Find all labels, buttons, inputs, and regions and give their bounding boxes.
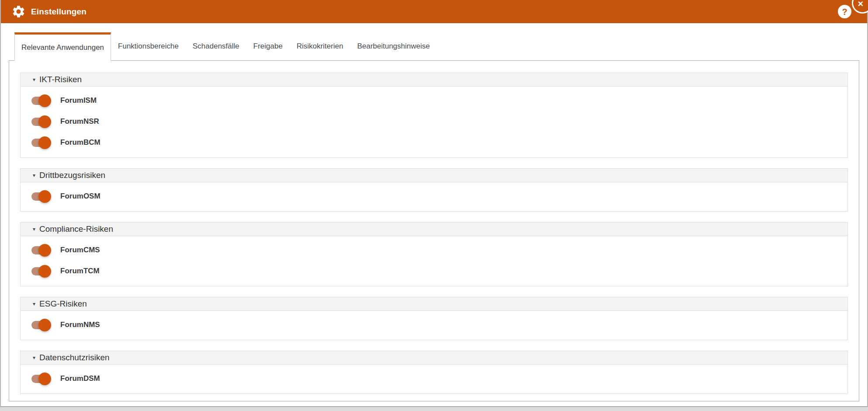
close-button[interactable]: × <box>852 0 868 14</box>
toggle-label: ForumNMS <box>60 320 100 329</box>
toggle-row: ForumNMS <box>21 314 847 335</box>
section-esg-risiken: ▾ ESG-Risiken ForumNMS <box>20 297 848 340</box>
toggle-row: ForumCMS <box>21 240 847 261</box>
toggle-row: ForumISM <box>21 90 847 111</box>
section-title: Datenschutzrisiken <box>39 353 110 362</box>
section-header-drittbezugsrisiken[interactable]: ▾ Drittbezugsrisiken <box>21 169 847 182</box>
toggle-label: ForumISM <box>60 96 97 105</box>
section-drittbezugsrisiken: ▾ Drittbezugsrisiken ForumOSM <box>20 168 848 212</box>
toggle-switch-forumdsm[interactable] <box>31 375 49 383</box>
chevron-down-icon: ▾ <box>33 355 35 360</box>
tab-bearbeitungshinweise[interactable]: Bearbeitungshinweise <box>350 32 437 60</box>
dialog-title: Einstellungen <box>31 7 86 17</box>
tab-bar: Relevante Anwendungen Funktionsbereiche … <box>14 23 859 60</box>
toggle-knob <box>38 190 51 203</box>
section-header-ikt-risiken[interactable]: ▾ IKT-Risiken <box>21 73 847 87</box>
settings-dialog: Einstellungen ? × Relevante Anwendungen … <box>0 0 868 407</box>
toggle-label: ForumBCM <box>60 138 100 147</box>
toggle-row: ForumTCM <box>21 261 847 282</box>
toggle-switch-forumnms[interactable] <box>31 321 49 329</box>
close-icon: × <box>858 0 864 9</box>
page-background-strip <box>0 407 868 411</box>
section-title: IKT-Risiken <box>39 75 82 84</box>
chevron-down-icon: ▾ <box>33 226 35 232</box>
section-header-compliance-risiken[interactable]: ▾ Compliance-Risiken <box>21 223 847 236</box>
tab-freigabe[interactable]: Freigabe <box>246 32 290 60</box>
toggle-switch-forumnsr[interactable] <box>31 118 49 126</box>
section-body: ForumOSM <box>21 182 847 211</box>
section-title: Compliance-Risiken <box>39 224 113 234</box>
tab-schadensfaelle[interactable]: Schadensfälle <box>186 32 246 60</box>
tab-risikokriterien[interactable]: Risikokriterien <box>290 32 350 60</box>
section-body: ForumDSM <box>21 365 847 394</box>
help-button[interactable]: ? <box>838 5 851 18</box>
toggle-row: ForumBCM <box>21 132 847 153</box>
toggle-knob <box>38 136 51 149</box>
toggle-row: ForumOSM <box>21 186 847 207</box>
section-datenschutzrisiken: ▾ Datenschutzrisiken ForumDSM <box>20 351 848 394</box>
tab-content-panel: ▾ IKT-Risiken ForumISM ForumNSR ForumBCM <box>9 60 859 401</box>
gear-icon <box>11 4 26 19</box>
question-mark-icon: ? <box>842 7 847 16</box>
toggle-label: ForumOSM <box>60 192 100 201</box>
toggle-row: ForumNSR <box>21 111 847 132</box>
toggle-knob <box>38 319 51 331</box>
toggle-knob <box>38 115 51 128</box>
tab-funktionsbereiche[interactable]: Funktionsbereiche <box>111 32 186 60</box>
chevron-down-icon: ▾ <box>33 173 35 178</box>
section-header-esg-risiken[interactable]: ▾ ESG-Risiken <box>21 297 847 311</box>
section-title: ESG-Risiken <box>39 299 87 309</box>
toggle-label: ForumCMS <box>60 246 100 254</box>
section-title: Drittbezugsrisiken <box>39 171 105 180</box>
section-body: ForumISM ForumNSR ForumBCM <box>21 87 847 157</box>
toggle-label: ForumTCM <box>60 267 100 275</box>
section-body: ForumCMS ForumTCM <box>21 236 847 286</box>
toggle-switch-forumbcm[interactable] <box>31 139 49 147</box>
section-header-datenschutzrisiken[interactable]: ▾ Datenschutzrisiken <box>21 351 847 365</box>
toggle-switch-forumosm[interactable] <box>31 192 49 201</box>
toggle-switch-forumtcm[interactable] <box>31 267 49 275</box>
toggle-row: ForumDSM <box>21 368 847 389</box>
toggle-switch-forumism[interactable] <box>31 97 49 105</box>
chevron-down-icon: ▾ <box>33 301 35 307</box>
toggle-knob <box>38 373 51 385</box>
section-ikt-risiken: ▾ IKT-Risiken ForumISM ForumNSR ForumBCM <box>20 73 848 158</box>
toggle-switch-forumcms[interactable] <box>31 246 49 254</box>
toggle-knob <box>38 244 51 257</box>
toggle-knob <box>38 94 51 107</box>
dialog-titlebar: Einstellungen ? × <box>1 0 867 23</box>
toggle-label: ForumNSR <box>60 117 99 126</box>
toggle-label: ForumDSM <box>60 374 100 383</box>
toggle-knob <box>38 265 51 278</box>
section-body: ForumNMS <box>21 311 847 340</box>
dialog-body: Relevante Anwendungen Funktionsbereiche … <box>1 23 867 401</box>
section-compliance-risiken: ▾ Compliance-Risiken ForumCMS ForumTCM <box>20 222 848 286</box>
chevron-down-icon: ▾ <box>33 77 35 82</box>
tab-relevante-anwendungen[interactable]: Relevante Anwendungen <box>14 32 111 61</box>
